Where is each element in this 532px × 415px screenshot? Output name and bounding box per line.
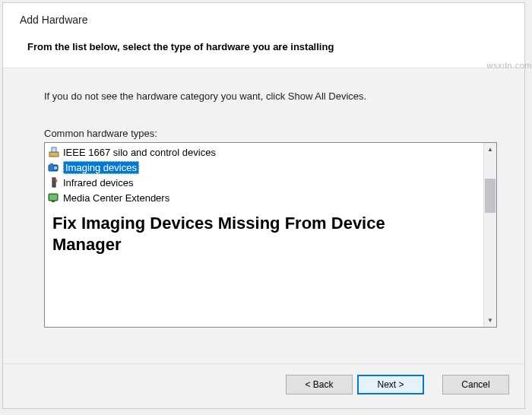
overlay-caption: Fix Imaging Devices Missing From Device …: [52, 213, 385, 255]
cancel-button[interactable]: Cancel: [442, 375, 509, 394]
overlay-line1: Fix Imaging Devices Missing From Device: [52, 213, 385, 234]
overlay-line2: Manager: [52, 234, 385, 255]
back-button[interactable]: < Back: [286, 375, 353, 394]
svg-rect-8: [49, 195, 57, 200]
silo-icon: [48, 146, 60, 158]
infrared-icon: [48, 176, 60, 188]
svg-rect-4: [50, 163, 53, 166]
list-label: Common hardware types:: [44, 128, 497, 139]
dialog-header: Add Hardware From the list below, select…: [3, 3, 524, 68]
svg-point-6: [53, 179, 55, 181]
dialog-footer: < Back Next > Cancel: [3, 363, 524, 408]
list-item-label: Infrared devices: [63, 177, 134, 188]
dialog-subtitle: From the list below, select the type of …: [20, 41, 508, 52]
dialog-title: Add Hardware: [20, 14, 508, 26]
list-item-label: IEEE 1667 silo and control devices: [63, 147, 216, 158]
list-item-label: Media Center Extenders: [63, 192, 169, 204]
list-item[interactable]: Infrared devices: [45, 175, 483, 190]
next-button[interactable]: Next >: [357, 375, 424, 394]
add-hardware-dialog: Add Hardware From the list below, select…: [2, 2, 525, 409]
media-center-icon: [48, 192, 60, 204]
svg-rect-1: [52, 147, 56, 152]
svg-rect-0: [49, 152, 59, 157]
instruction-text: If you do not see the hardware category …: [44, 90, 497, 102]
scroll-track[interactable]: [484, 156, 496, 314]
scroll-up-button[interactable]: ▲: [484, 143, 496, 156]
imaging-icon: [48, 161, 60, 173]
list-item[interactable]: Imaging devices: [45, 160, 483, 175]
svg-rect-9: [52, 201, 55, 202]
scroll-thumb[interactable]: [485, 179, 496, 213]
hardware-types-listbox[interactable]: IEEE 1667 silo and control devices Imagi…: [44, 142, 497, 328]
listbox-scrollbar[interactable]: ▲ ▼: [483, 143, 496, 327]
listbox-content: IEEE 1667 silo and control devices Imagi…: [45, 143, 483, 327]
svg-point-3: [53, 166, 58, 170]
list-item[interactable]: IEEE 1667 silo and control devices: [45, 144, 483, 160]
watermark-text: wsxdn.com: [486, 61, 532, 70]
scroll-down-button[interactable]: ▼: [484, 314, 496, 327]
list-item-label: Imaging devices: [63, 161, 139, 174]
list-item[interactable]: Media Center Extenders: [45, 190, 483, 205]
dialog-body: If you do not see the hardware category …: [3, 68, 524, 363]
